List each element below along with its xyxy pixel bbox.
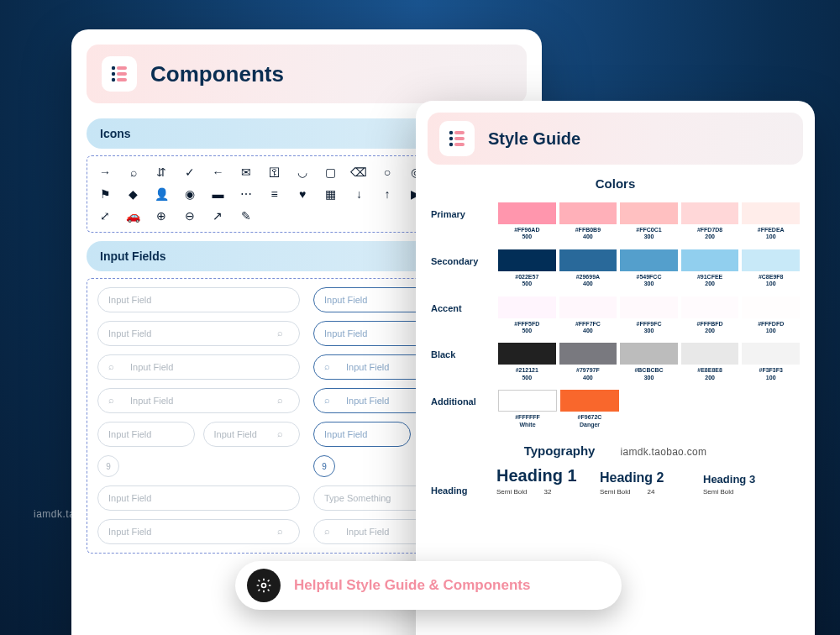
color-group-label: Accent	[431, 297, 490, 313]
swatch[interactable]	[742, 249, 800, 271]
share-icon[interactable]: ↗	[210, 208, 225, 223]
svg-rect-5	[117, 78, 127, 81]
input-field[interactable]: Input Field	[97, 287, 300, 312]
list-icon[interactable]: ≡	[267, 186, 282, 202]
color-group-label: Primary	[431, 202, 490, 219]
swatch[interactable]	[559, 202, 617, 224]
filter-icon[interactable]: ⇵	[154, 165, 169, 180]
arrow-left-icon[interactable]: ←	[210, 165, 225, 180]
expand-icon[interactable]: ⤢	[97, 208, 113, 223]
swatch-meta: #FFF5FD500	[498, 321, 556, 335]
dots-icon[interactable]: ⋯	[239, 186, 254, 202]
swatch-meta: #FFFDFD100	[742, 321, 800, 335]
eye-closed-icon[interactable]: ◡	[295, 165, 310, 180]
placeholder: Input Field	[346, 362, 389, 372]
input-field[interactable]: ⌕Input Field⌕	[97, 388, 300, 413]
swatch[interactable]	[498, 343, 556, 365]
styleguide-card: Style Guide Colors Primary#FF96AD500#FFB…	[416, 101, 815, 635]
swatch[interactable]	[620, 343, 678, 365]
input-field[interactable]: Input Field⌕	[97, 519, 300, 544]
input-field[interactable]: Input Field	[97, 485, 300, 511]
swatch[interactable]	[498, 390, 557, 412]
edit-icon[interactable]: ✎	[239, 208, 254, 223]
placeholder: Input Field	[324, 295, 367, 305]
placeholder: Input Field	[324, 328, 367, 338]
svg-point-8	[449, 137, 453, 140]
promo-pill[interactable]: Helpful Style Guide & Components	[235, 561, 622, 610]
key-icon[interactable]: ⚿	[267, 165, 282, 180]
input-field[interactable]: ⌕Input Field	[97, 354, 300, 380]
swatch-meta: #FFFFFFWhite	[498, 414, 557, 428]
swatch[interactable]	[498, 202, 556, 224]
swatch[interactable]	[559, 249, 617, 271]
placeholder: Input Field	[214, 429, 257, 439]
color-group-additional: Additional#FFFFFFWhite#F9672CDanger	[431, 390, 800, 428]
input-field[interactable]: Input Field	[313, 422, 411, 447]
promo-text: Helpful Style Guide & Components	[294, 577, 530, 594]
typography-watermark: iamdk.taobao.com	[620, 446, 706, 458]
calendar-icon[interactable]: ▦	[323, 186, 339, 202]
user-icon[interactable]: 👤	[154, 186, 169, 202]
svg-point-12	[262, 584, 266, 588]
swatch-meta: #F3F3F3100	[742, 367, 800, 381]
swatch-meta: #FFD7D8200	[681, 227, 739, 241]
swatch[interactable]	[498, 297, 556, 318]
pin-icon[interactable]: ⚑	[97, 186, 113, 202]
swatch[interactable]	[560, 390, 619, 412]
heart-icon[interactable]: ♥	[295, 186, 310, 202]
check-icon[interactable]: ✓	[182, 165, 197, 180]
placeholder: Input Field	[346, 527, 389, 537]
swatch[interactable]	[681, 297, 739, 318]
swatch-meta: #FF96AD500	[498, 227, 556, 241]
swatch-meta: #FFF9FC300	[620, 321, 678, 335]
chat-icon[interactable]: ▬	[210, 186, 225, 202]
color-group-label: Black	[431, 343, 490, 359]
search-icon[interactable]: ⌕	[126, 165, 141, 180]
swatch-meta: #212121500	[498, 367, 556, 381]
tag-icon[interactable]: ◆	[126, 186, 141, 202]
minus-circle-icon[interactable]: ⊖	[182, 208, 197, 223]
swatch[interactable]	[681, 202, 739, 224]
svg-point-4	[112, 78, 115, 81]
swatch[interactable]	[620, 297, 678, 318]
search-icon: ⌕	[324, 526, 336, 538]
placeholder: Type Something	[324, 493, 391, 503]
swatch-meta: #E8E8E8200	[681, 367, 739, 381]
swatch[interactable]	[681, 249, 739, 271]
mail-icon[interactable]: ✉	[239, 165, 254, 180]
swatch[interactable]	[681, 343, 739, 365]
swatch[interactable]	[742, 297, 800, 318]
typo-sample: Heading 1Semi Bold32	[496, 466, 593, 496]
swatch[interactable]	[742, 202, 800, 224]
search-icon: ⌕	[324, 361, 336, 373]
location-icon[interactable]: ◉	[182, 186, 197, 202]
search-icon: ⌕	[277, 328, 289, 339]
swatch-meta: #91CFEE200	[681, 274, 739, 288]
color-group-accent: Accent#FFF5FD500#FFF7FC400#FFF9FC300#FFF…	[431, 297, 800, 335]
download-icon[interactable]: ↓	[351, 186, 366, 202]
circle-icon[interactable]: ○	[380, 165, 395, 180]
color-group-primary: Primary#FF96AD500#FFB0B9400#FFC0C1300#FF…	[431, 202, 800, 241]
input-field[interactable]: Input Field⌕	[203, 422, 301, 447]
step-button[interactable]: 9	[97, 455, 119, 477]
swatch[interactable]	[559, 343, 617, 365]
swatch[interactable]	[742, 343, 800, 365]
input-field[interactable]: Input Field⌕	[97, 321, 300, 346]
swatch[interactable]	[620, 249, 678, 271]
swatch[interactable]	[559, 297, 617, 318]
car-icon[interactable]: 🚗	[126, 208, 141, 223]
cancel-icon[interactable]: ⌫	[351, 165, 366, 180]
upload-icon[interactable]: ↑	[380, 186, 395, 202]
search-icon: ⌕	[108, 361, 120, 373]
color-group-black: Black#212121500#79797F400#BCBCBC300#E8E8…	[431, 343, 800, 381]
components-title: Components	[150, 61, 284, 87]
plus-circle-icon[interactable]: ⊕	[154, 208, 169, 223]
square-icon[interactable]: ▢	[323, 165, 339, 180]
step-button[interactable]: 9	[313, 455, 335, 477]
swatch[interactable]	[620, 202, 678, 224]
input-field[interactable]: Input Field	[97, 422, 195, 447]
swatch[interactable]	[498, 249, 556, 271]
search-icon: ⌕	[324, 395, 336, 407]
swatch-meta: #F9672CDanger	[560, 414, 619, 428]
arrow-right-icon[interactable]: →	[97, 165, 113, 180]
